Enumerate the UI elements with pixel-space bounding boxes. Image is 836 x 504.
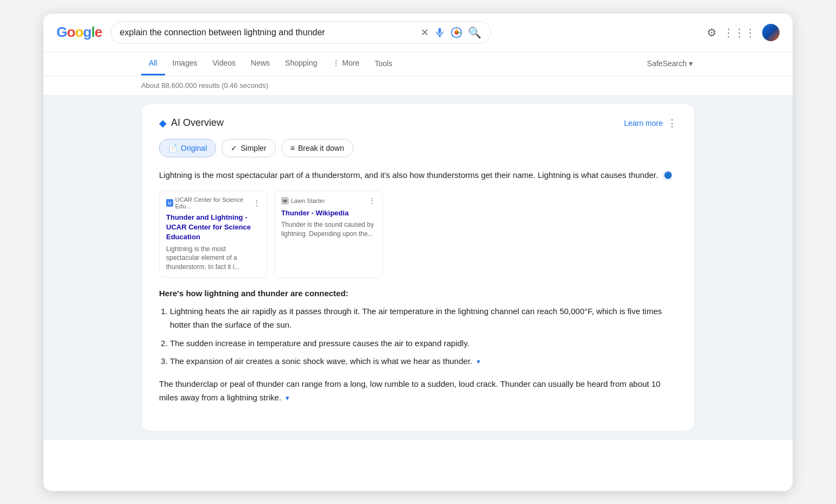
search-button[interactable]: 🔍 — [468, 26, 482, 39]
learn-more-link[interactable]: Learn more — [624, 119, 663, 127]
source-card-wiki[interactable]: W Lawn Starter ⋮ Thunder - Wikipedia Thu… — [274, 190, 383, 278]
ai-overview-header: ◆ AI Overview Learn more ⋮ — [159, 117, 677, 129]
ai-diamond-icon: ◆ — [159, 117, 167, 129]
source-snippet-1: Lightning is the most spectacular elemen… — [166, 245, 261, 272]
ai-overview-menu-icon[interactable]: ⋮ — [667, 117, 677, 129]
settings-icon[interactable]: ⚙ — [707, 26, 717, 39]
source-snippet-2: Thunder is the sound caused by lightning… — [281, 220, 376, 239]
avatar[interactable] — [762, 24, 780, 41]
ai-outro-text: The thunderclap or peal of thunder can r… — [159, 377, 677, 405]
source-site-2: W Lawn Starter — [281, 197, 325, 205]
chip-breakitdown-icon: ≡ — [290, 144, 295, 152]
ai-intro-text: Lightning is the most spectacular part o… — [159, 168, 677, 182]
connection-list: Lightning heats the air rapidly as it pa… — [159, 304, 677, 368]
source-card-ucar[interactable]: U UCAR Center for Science Edu... ⋮ Thund… — [159, 190, 268, 278]
source-card-header-1: U UCAR Center for Science Edu... ⋮ — [166, 196, 261, 209]
search-nav: All Images Videos News Shopping ⋮ More T… — [43, 52, 793, 76]
clear-icon[interactable]: ✕ — [421, 27, 429, 39]
nav-item-all[interactable]: All — [141, 52, 165, 75]
search-input[interactable]: explain the connection between lightning… — [120, 28, 415, 37]
main-content: ◆ AI Overview Learn more ⋮ 📄 Original ✓ … — [43, 95, 793, 440]
ai-chips: 📄 Original ✓ Simpler ≡ Break it down — [159, 139, 677, 157]
ai-overview-title: ◆ AI Overview — [159, 117, 224, 129]
ai-header-right: Learn more ⋮ — [624, 117, 677, 129]
chip-breakitdown[interactable]: ≡ Break it down — [281, 139, 353, 157]
source-title-2: Thunder - Wikipedia — [281, 208, 376, 218]
apps-icon[interactable]: ⋮⋮⋮ — [723, 26, 756, 39]
nav-item-more[interactable]: ⋮ More — [325, 52, 367, 75]
connection-heading: Here's how lightning and thunder are con… — [159, 289, 677, 298]
ai-overview-label: AI Overview — [171, 117, 224, 129]
source-site-1: U UCAR Center for Science Edu... — [166, 196, 253, 209]
chip-simpler-label: Simpler — [240, 144, 266, 152]
list-item-1: Lightning heats the air rapidly as it pa… — [170, 304, 677, 332]
list-item-3: The expansion of air creates a sonic sho… — [170, 354, 677, 368]
source-site-name-1: UCAR Center for Science Edu... — [175, 196, 253, 209]
google-logo[interactable]: Google — [56, 24, 102, 41]
results-count: About 88,600,000 results (0.46 seconds) — [43, 76, 793, 95]
outro-expand-icon[interactable]: ▾ — [286, 394, 289, 402]
svg-rect-0 — [438, 28, 441, 33]
source-menu-icon-2[interactable]: ⋮ — [368, 196, 376, 205]
list-item-3-expand-icon[interactable]: ▾ — [477, 358, 480, 366]
lens-button[interactable] — [451, 27, 463, 39]
chip-simpler-icon: ✓ — [231, 144, 237, 152]
nav-item-images[interactable]: Images — [165, 52, 205, 75]
chip-breakitdown-label: Break it down — [298, 144, 344, 152]
chip-original[interactable]: 📄 Original — [159, 139, 216, 157]
ai-overview-container: ◆ AI Overview Learn more ⋮ 📄 Original ✓ … — [141, 104, 695, 431]
search-bar: explain the connection between lightning… — [111, 21, 491, 44]
mic-button[interactable] — [434, 27, 445, 38]
nav-tools[interactable]: Tools — [367, 53, 400, 74]
safesearch[interactable]: SafeSearch ▾ — [645, 53, 695, 74]
nav-item-news[interactable]: News — [243, 52, 277, 75]
header: Google explain the connection between li… — [43, 14, 793, 52]
source-card-header-2: W Lawn Starter ⋮ — [281, 196, 376, 205]
source-site-icon-2: W — [281, 197, 289, 205]
source-site-name-2: Lawn Starter — [291, 197, 325, 204]
nav-item-shopping[interactable]: Shopping — [277, 52, 325, 75]
source-title-1: Thunder and Lightning - UCAR Center for … — [166, 213, 261, 243]
chip-original-icon: 📄 — [168, 144, 178, 152]
source-menu-icon-1[interactable]: ⋮ — [253, 199, 261, 207]
ai-info-icon[interactable]: 🔵 — [662, 170, 673, 181]
source-site-icon-1: U — [166, 199, 173, 207]
nav-item-videos[interactable]: Videos — [205, 52, 243, 75]
list-item-2: The sudden increase in temperature and p… — [170, 336, 677, 350]
chip-original-label: Original — [181, 144, 207, 152]
chip-simpler[interactable]: ✓ Simpler — [221, 139, 275, 157]
header-right: ⚙ ⋮⋮⋮ — [707, 24, 780, 41]
source-cards: U UCAR Center for Science Edu... ⋮ Thund… — [159, 190, 677, 278]
